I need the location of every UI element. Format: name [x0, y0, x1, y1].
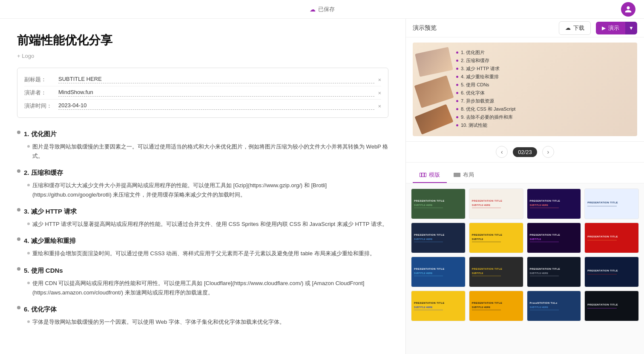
template-card[interactable]: PRESENTATION TITLE SUBTITLE [469, 223, 523, 253]
sub-bullet [27, 320, 30, 323]
template-card[interactable]: PRESENTATION TITLE SUBTITLE [527, 223, 581, 253]
template-card[interactable]: PRESENTATION TITLE [584, 223, 639, 253]
collapse-button[interactable]: › [405, 178, 406, 195]
sub-bullet [27, 145, 30, 148]
section-heading: 3. 减少 HTTP 请求 [17, 206, 388, 217]
date-label: 演讲时间： [24, 102, 58, 110]
preview-list-item: 5. 使用 CDNs [456, 82, 632, 88]
sub-bullet [27, 282, 30, 284]
template-card[interactable]: PRESENTATION TITLE [584, 257, 639, 287]
preview-list-item: 8. 优化 CSS 和 JavaScript [456, 106, 632, 112]
present-group: ▶ 演示 ▼ [596, 22, 637, 34]
right-panel: › 演示预览 ☁ 下载 ▶ 演示 ▼ 🙈 隐藏此页 [405, 19, 644, 354]
section-content: 减少 HTTP 请求可以显著提高网站或应用程序的性能。可以通过合并文件、使用 C… [27, 220, 388, 229]
section-title: 2. 压缩和缓存 [24, 167, 63, 178]
subtitle-row: 副标题： SUBTITLE HERE × [24, 73, 381, 86]
section-heading: 4. 减少重绘和重排 [17, 235, 388, 246]
preview-bullet [456, 100, 458, 102]
prev-page-button[interactable]: ‹ [496, 146, 508, 158]
section-item: 3. 减少 HTTP 请求 减少 HTTP 请求可以显著提高网站或应用程序的性能… [17, 206, 388, 229]
preview-list-item: 7. 异步加载资源 [456, 98, 632, 104]
preview-content: 1. 优化图片2. 压缩和缓存3. 减少 HTTP 请求4. 减少重绘和重排5.… [451, 43, 637, 136]
subtitle-label: 副标题： [24, 76, 58, 83]
template-card[interactable]: PreseNTATION TitLe SUBTITLE HERE [527, 291, 581, 321]
template-section: 模版 布局 PRESENTATION TITLE SUBTITLE HERE P… [406, 163, 644, 354]
subtitle-clear[interactable]: × [378, 77, 381, 83]
avatar[interactable] [621, 2, 635, 17]
preview-title: 演示预览 [413, 24, 554, 32]
save-status: ☁ 已保存 [310, 6, 335, 13]
section-title: 1. 优化图片 [24, 128, 57, 140]
template-tabs: 模版 布局 [406, 163, 644, 183]
presenter-clear[interactable]: × [378, 90, 381, 96]
preview-bullet [456, 92, 458, 94]
logo-placeholder[interactable]: + Logo [17, 53, 388, 59]
template-card[interactable]: PRESENTATION TITLE SUBTITLE HERE [411, 291, 466, 321]
subtitle-value[interactable]: SUBTITLE HERE [58, 76, 374, 83]
section-content: 字体是导致网站加载缓慢的另一个因素。可以使用 Web 字体、字体子集化和优化字体… [27, 317, 388, 327]
bullet-dot [17, 237, 20, 241]
bullet-dot [17, 306, 20, 309]
date-clear[interactable]: × [378, 103, 381, 109]
preview-bullet [456, 51, 458, 54]
date-value[interactable]: 2023-04-10 [58, 102, 374, 110]
presenter-row: 演讲者： MindShow.fun × [24, 86, 381, 100]
presenter-value[interactable]: MindShow.fun [58, 89, 374, 97]
preview-bullet [456, 108, 458, 110]
section-content: 压缩和缓存可以大大减少文件大小并提高网站或应用程序的性能。可以使用工具如 [Gz… [27, 181, 388, 200]
section-content: 使用 CDN 可以提高网站或应用程序的性能和可用性。可以使用工具如 [Cloud… [27, 279, 388, 297]
section-heading: 5. 使用 CDNs [17, 265, 388, 276]
section-heading: 6. 优化字体 [17, 303, 388, 315]
next-page-button[interactable]: › [542, 146, 554, 158]
cloud-icon: ☁ [310, 6, 316, 13]
preview-bullet [456, 60, 458, 62]
download-button[interactable]: ☁ 下载 [559, 21, 591, 35]
document-title: 前端性能优化分享 [17, 32, 388, 49]
bullet-dot [17, 169, 20, 173]
present-button[interactable]: ▶ 演示 [596, 22, 625, 34]
pagination: ‹ 02/23 › [406, 142, 644, 163]
present-dropdown-button[interactable]: ▼ [625, 22, 637, 34]
section-item: 1. 优化图片 图片是导致网站加载缓慢的主要因素之一。可以通过使用适当的格式和大… [17, 128, 388, 161]
template-card[interactable]: PRESENTATION TITLE [584, 291, 639, 321]
preview-list-item: 10. 测试性能 [456, 122, 632, 128]
sub-bullet [27, 252, 30, 254]
presenter-label: 演讲者： [24, 89, 58, 97]
present-icon: ▶ [602, 25, 606, 31]
section-item: 4. 减少重绘和重排 重绘和重排会增加页面渲染时间。可以通过使用 CSS3 动画… [17, 235, 388, 258]
preview-bullet [456, 76, 458, 78]
preview-list-item: 6. 优化字体 [456, 90, 632, 96]
template-card[interactable]: PRESENTATION TITLE SUBTITLE HERE [527, 257, 581, 287]
template-card[interactable]: PRESENTATION TITLE SUBTITLE HERE [411, 188, 466, 219]
template-card[interactable]: PRESENTATION TITLE SUBTITLE HERE [469, 188, 523, 219]
preview-list-item: 1. 优化图片 [456, 49, 632, 56]
layout-tab-icon [454, 173, 460, 177]
template-card[interactable]: PRESENTATION TITLE SUBTITLE HERE [469, 291, 523, 321]
template-grid: PRESENTATION TITLE SUBTITLE HERE PRESENT… [406, 183, 644, 326]
section-heading: 2. 压缩和缓存 [17, 167, 388, 178]
preview-bullet [456, 68, 458, 70]
section-item: 6. 优化字体 字体是导致网站加载缓慢的另一个因素。可以使用 Web 字体、字体… [17, 303, 388, 327]
download-icon: ☁ [565, 25, 571, 31]
tab-layout[interactable]: 布局 [447, 168, 481, 183]
date-row: 演讲时间： 2023-04-10 × [24, 100, 381, 112]
page-indicator: 02/23 [513, 147, 537, 157]
preview-list-item: 2. 压缩和缓存 [456, 57, 632, 64]
template-card[interactable]: PRESENTATION TITLE SUBTITLE HERE [527, 188, 581, 219]
template-card[interactable]: PRESENTATION TITLE [584, 188, 639, 219]
preview-list-item: 3. 减少 HTTP 请求 [456, 66, 632, 72]
section-heading: 1. 优化图片 [17, 128, 388, 140]
preview-list-item: 9. 去除不必要的插件和库 [456, 114, 632, 120]
template-tab-icon [420, 173, 426, 177]
template-card[interactable]: PRESENTATION TITLE SUBTITLE HERE [411, 223, 466, 253]
right-header: 演示预览 ☁ 下载 ▶ 演示 ▼ [406, 19, 644, 37]
section-item: 5. 使用 CDNs 使用 CDN 可以提高网站或应用程序的性能和可用性。可以使… [17, 265, 388, 297]
tab-template[interactable]: 模版 [413, 168, 447, 183]
content-body: 1. 优化图片 图片是导致网站加载缓慢的主要因素之一。可以通过使用适当的格式和大… [17, 128, 388, 327]
sub-bullet [27, 223, 30, 225]
preview-bullet [456, 84, 458, 86]
section-title: 6. 优化字体 [24, 303, 57, 315]
template-card[interactable]: PRESENTATION TITLE SUBTITLE HERE [411, 257, 466, 287]
bullet-dot [17, 131, 20, 134]
template-card[interactable]: PRESENTATION TITLE SUBTITLE [469, 257, 523, 287]
